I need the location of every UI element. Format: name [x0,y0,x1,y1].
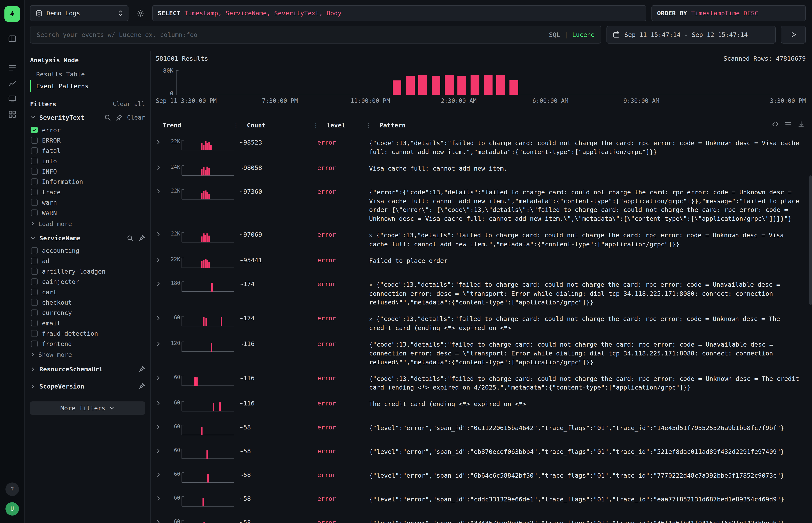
filter-option-information[interactable]: Information [30,177,145,187]
pattern-row[interactable]: 120~116error{"code":13,"details":"failed… [156,336,806,369]
expand-row-chevron-icon[interactable] [156,341,161,347]
pattern-row[interactable]: 24K~98058errorVisa cache full: cannot ad… [156,160,806,183]
checkbox[interactable] [31,289,38,295]
checkbox[interactable] [31,247,38,254]
expand-row-chevron-icon[interactable] [156,232,161,237]
search-input[interactable] [37,31,544,38]
pin-icon[interactable] [138,366,145,373]
histogram-bar[interactable] [484,75,493,95]
checkbox[interactable] [31,127,38,133]
column-header-count[interactable]: ⋮Count [235,122,312,129]
histogram-bar[interactable] [431,76,441,95]
histogram-bar[interactable] [496,75,505,95]
filter-option-cainjector[interactable]: cainjector [30,277,145,287]
source-select[interactable]: Demo Logs [30,5,128,21]
pattern-row[interactable]: 60~58error{"level":"error","span_id":"0c… [156,419,806,443]
checkbox[interactable] [31,258,38,264]
language-lucene-option[interactable]: Lucene [572,31,595,38]
expand-row-chevron-icon[interactable] [156,495,161,501]
scrollbar[interactable] [809,175,812,305]
checkbox[interactable] [31,341,38,347]
search-icon[interactable] [127,235,134,241]
histogram-bar[interactable] [393,80,402,95]
histogram-bar[interactable] [406,76,415,95]
filter-group-name[interactable]: ResourceSchemaUrl [39,365,103,373]
run-query-button[interactable] [781,26,806,43]
filter-group-name[interactable]: ScopeVersion [39,383,84,390]
chevron-right-icon[interactable] [30,366,36,372]
filter-option-currency[interactable]: currency [30,308,145,318]
chart-explorer-icon[interactable] [3,76,21,91]
filter-option-trace[interactable]: trace [30,187,145,197]
expand-row-chevron-icon[interactable] [156,400,161,406]
sessions-monitor-icon[interactable] [3,91,21,107]
checkbox[interactable] [31,147,38,154]
checkbox[interactable] [31,268,38,275]
checkbox[interactable] [31,199,38,206]
expand-row-chevron-icon[interactable] [156,448,161,454]
histogram-bar[interactable] [418,75,427,95]
user-avatar[interactable]: U [5,502,19,516]
checkbox[interactable] [31,158,38,164]
pattern-row[interactable]: 60~58error{"level":"error","span_id":"eb… [156,443,806,467]
exclude-pattern-icon[interactable]: ✕ [369,282,372,288]
clear-filter-link[interactable]: Clear [127,114,145,121]
expand-row-chevron-icon[interactable] [156,257,161,263]
pattern-row[interactable]: 22K~97360error{"error":{"code":13,"detai… [156,183,806,226]
checkbox[interactable] [31,178,38,185]
pattern-row[interactable]: 60~116error{"code":13,"details":"failed … [156,370,806,395]
expand-row-chevron-icon[interactable] [156,424,161,430]
chevron-right-icon[interactable] [30,383,36,389]
filter-option-accounting[interactable]: accounting [30,246,145,256]
more-filters-button[interactable]: More filters [30,401,145,415]
filter-option-fraud-detection[interactable]: fraud-detection [30,328,145,339]
checkbox[interactable] [31,309,38,316]
pattern-row[interactable]: 60~58error{"level":"error","span_id":"6b… [156,467,806,490]
checkbox[interactable] [31,330,38,337]
pattern-row[interactable]: 22K~97069error✕{"code":13,"details":"fai… [156,226,806,252]
filter-option-error[interactable]: ERROR [30,135,145,145]
time-range-picker[interactable]: Sep 11 15:47:14 - Sep 12 15:47:14 [606,26,776,43]
expand-row-chevron-icon[interactable] [156,375,161,381]
pin-icon[interactable] [116,114,122,121]
pin-icon[interactable] [138,235,145,241]
expand-row-chevron-icon[interactable] [156,165,161,170]
pin-icon[interactable] [138,383,145,390]
pattern-row[interactable]: 22K~95441errorFailed to place order [156,252,806,276]
load-more-link[interactable]: Load more [30,218,145,228]
expand-row-chevron-icon[interactable] [156,519,161,523]
sql-query-input[interactable]: SELECT Timestamp, ServiceName, SeverityT… [152,5,647,21]
expand-row-chevron-icon[interactable] [156,472,161,477]
filter-option-error[interactable]: error [30,125,145,135]
dashboards-grid-icon[interactable] [3,107,21,122]
expand-row-chevron-icon[interactable] [156,139,161,145]
checkbox[interactable] [31,210,38,216]
pattern-row[interactable]: 60~116errorThe credit card (ending <*> e… [156,395,806,419]
column-header-trend[interactable]: Trend [156,122,235,129]
search-icon[interactable] [104,114,111,121]
filter-option-artillery-loadgen[interactable]: artillery-loadgen [30,266,145,276]
chevron-down-icon[interactable] [30,235,36,241]
clear-all-filters-link[interactable]: Clear all [113,101,145,107]
filter-option-info[interactable]: info [30,156,145,166]
filter-option-frontend[interactable]: frontend [30,339,145,349]
expand-row-chevron-icon[interactable] [156,281,161,287]
filter-option-checkout[interactable]: checkout [30,297,145,307]
row-density-icon[interactable] [784,121,792,128]
collapse-sidebar-icon[interactable] [3,31,21,47]
histogram-bar[interactable] [445,75,454,95]
analysis-mode-event-patterns[interactable]: Event Patterns [30,80,145,92]
column-header-pattern[interactable]: ⋮Pattern [367,122,806,129]
pattern-row[interactable]: 60~58error{"level":"error","span_id":"cd… [156,490,806,514]
column-header-level[interactable]: ⋮level [312,122,367,129]
pattern-row[interactable]: 60~58error{"level":"error","span_id":"33… [156,514,806,523]
pattern-row[interactable]: 22K~98523error{"code":13,"details":"fail… [156,134,806,160]
expand-row-chevron-icon[interactable] [156,315,161,321]
filter-option-info[interactable]: INFO [30,166,145,176]
expand-row-chevron-icon[interactable] [156,188,161,194]
download-icon[interactable] [797,121,805,128]
pattern-row[interactable]: 180~174error✕{"code":13,"details":"faile… [156,276,806,310]
filter-option-email[interactable]: email [30,318,145,328]
search-logs-icon[interactable] [3,60,21,76]
histogram-bar[interactable] [510,80,518,95]
